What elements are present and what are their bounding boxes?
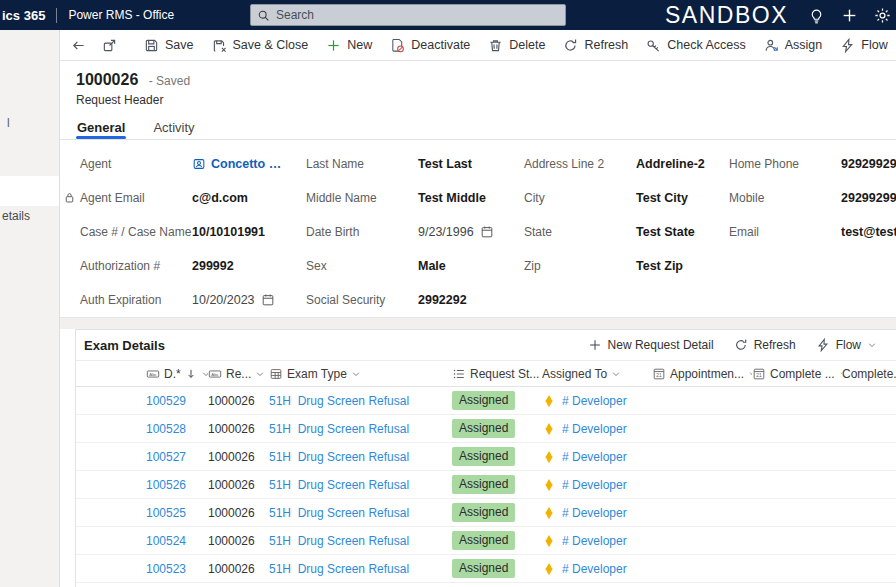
table-row[interactable]: 100525100002651H Drug Screen RefusalAssi… bbox=[76, 499, 896, 527]
table-row[interactable]: 100524100002651H Drug Screen RefusalAssi… bbox=[76, 527, 896, 555]
detail-number-link[interactable]: 100529 bbox=[146, 394, 208, 408]
field-value[interactable]: c@d.com bbox=[192, 191, 248, 205]
field-value[interactable]: 2992292 bbox=[418, 293, 467, 307]
new-button[interactable]: New bbox=[317, 32, 381, 58]
table-row[interactable]: 100523100002651H Drug Screen RefusalAssi… bbox=[76, 555, 896, 583]
flow-button[interactable]: Flow bbox=[831, 32, 896, 58]
exam-type-link[interactable]: 51H Drug Screen Refusal bbox=[269, 450, 452, 464]
column-header-complete[interactable]: 21Complete ... bbox=[752, 367, 842, 381]
field-value[interactable]: Test Last bbox=[418, 157, 472, 171]
grid-header-row: AbcD.*AbcRe...Exam TypeRequest St...Assi… bbox=[76, 360, 896, 387]
nav-item-selected[interactable] bbox=[0, 176, 59, 206]
assigned-to-link[interactable]: # Developer bbox=[562, 422, 627, 436]
field-value[interactable]: 299992 bbox=[192, 259, 234, 273]
nav-item-fragment[interactable]: l bbox=[7, 116, 10, 130]
field-value[interactable]: Test Middle bbox=[418, 191, 486, 205]
popout-button[interactable] bbox=[94, 32, 125, 58]
field-value[interactable]: Addreline-2 bbox=[636, 157, 705, 171]
subgrid-flow-button[interactable]: Flow bbox=[807, 338, 886, 352]
check-access-button[interactable]: Check Access bbox=[637, 32, 755, 58]
flow-icon bbox=[816, 338, 830, 352]
chevron-down-icon bbox=[201, 369, 208, 379]
field-value[interactable]: Concetto … bbox=[192, 157, 281, 171]
date-value[interactable]: 9/23/1996 bbox=[418, 225, 474, 239]
column-header-d[interactable]: AbcD.* bbox=[146, 367, 208, 381]
detail-number-link[interactable]: 100528 bbox=[146, 422, 208, 436]
field-value[interactable]: Test State bbox=[636, 225, 695, 239]
detail-number-link[interactable]: 100525 bbox=[146, 506, 208, 520]
field-value[interactable]: 9/23/1996 bbox=[418, 225, 494, 239]
exam-type-link[interactable]: 51H Drug Screen Refusal bbox=[269, 562, 452, 576]
search-input[interactable] bbox=[276, 8, 559, 22]
column-header-complete[interactable]: Complete... bbox=[842, 367, 896, 381]
assigned-to-link[interactable]: # Developer bbox=[562, 478, 627, 492]
table-row[interactable]: 100528100002651H Drug Screen RefusalAssi… bbox=[76, 415, 896, 443]
save-and-close-button[interactable]: Save & Close bbox=[203, 32, 318, 58]
exam-type-link[interactable]: 51H Drug Screen Refusal bbox=[269, 534, 452, 548]
dynamics-brand[interactable]: ics 365 bbox=[2, 8, 45, 23]
field-value[interactable]: Test City bbox=[636, 191, 688, 205]
assign-button[interactable]: Assign bbox=[755, 32, 832, 58]
field-value[interactable]: 10/20/2023 bbox=[192, 293, 275, 307]
deactivate-button[interactable]: Deactivate bbox=[381, 32, 479, 58]
assigned-to-link[interactable]: # Developer bbox=[562, 450, 627, 464]
column-header-exam-type[interactable]: Exam Type bbox=[269, 367, 452, 381]
new-request-detail-button[interactable]: New Request Detail bbox=[579, 338, 723, 352]
exam-type-link[interactable]: 51H Drug Screen Refusal bbox=[269, 506, 452, 520]
flow-icon bbox=[840, 38, 855, 53]
lock-icon bbox=[63, 191, 76, 204]
quick-create-plus-icon[interactable] bbox=[841, 7, 858, 24]
table-row[interactable]: 100529100002651H Drug Screen RefusalAssi… bbox=[76, 387, 896, 415]
date-value[interactable]: 10/20/2023 bbox=[192, 293, 255, 307]
request-status-cell: Assigned bbox=[452, 391, 542, 410]
back-button[interactable] bbox=[63, 32, 94, 58]
subgrid-refresh-button[interactable]: Refresh bbox=[725, 338, 805, 352]
column-header-appointmen[interactable]: 21Appointmen... bbox=[652, 367, 752, 381]
delete-button[interactable]: Delete bbox=[479, 32, 554, 58]
assigned-to-link[interactable]: # Developer bbox=[562, 562, 627, 576]
tab-activity[interactable]: Activity bbox=[153, 120, 194, 139]
status-badge: Assigned bbox=[452, 419, 515, 438]
detail-number-link[interactable]: 100524 bbox=[146, 534, 208, 548]
field-value[interactable]: Test Zip bbox=[636, 259, 683, 273]
request-status-cell: Assigned bbox=[452, 559, 542, 578]
field-value[interactable]: Male bbox=[418, 259, 446, 273]
chevron-down-icon bbox=[611, 369, 621, 379]
search-icon bbox=[257, 9, 270, 22]
tab-general[interactable]: General bbox=[77, 120, 125, 139]
assigned-to-cell: # Developer bbox=[542, 562, 652, 576]
lookup-value[interactable]: Concetto … bbox=[211, 157, 281, 171]
field-value[interactable]: test@test. bbox=[841, 225, 896, 239]
detail-number-link[interactable]: 100523 bbox=[146, 562, 208, 576]
nav-item-request-details[interactable]: etails bbox=[2, 209, 30, 223]
column-header-assigned-to[interactable]: Assigned To bbox=[542, 367, 652, 381]
field-value[interactable]: 10/10101991 bbox=[192, 225, 265, 239]
settings-gear-icon[interactable] bbox=[874, 7, 891, 24]
field-value[interactable]: 92929929 bbox=[841, 157, 896, 171]
lightbulb-icon[interactable] bbox=[808, 7, 825, 24]
column-header-label: D.* bbox=[164, 367, 181, 381]
table-row[interactable]: 100527100002651H Drug Screen RefusalAssi… bbox=[76, 443, 896, 471]
save-button[interactable]: Save bbox=[135, 32, 203, 58]
assigned-to-link[interactable]: # Developer bbox=[562, 394, 627, 408]
assigned-to-link[interactable]: # Developer bbox=[562, 534, 627, 548]
app-name[interactable]: Power RMS - Office bbox=[68, 8, 174, 22]
form-field: AgentConcetto … bbox=[80, 147, 306, 181]
status-badge: Assigned bbox=[452, 475, 515, 494]
column-header-re[interactable]: AbcRe... bbox=[208, 367, 269, 381]
assigned-to-link[interactable]: # Developer bbox=[562, 506, 627, 520]
table-row[interactable]: 100526100002651H Drug Screen RefusalAssi… bbox=[76, 471, 896, 499]
exam-type-link[interactable]: 51H Drug Screen Refusal bbox=[269, 422, 452, 436]
calendar-icon bbox=[261, 293, 275, 307]
form-field: ZipTest Zip bbox=[524, 249, 729, 283]
detail-number-link[interactable]: 100527 bbox=[146, 450, 208, 464]
global-search-box[interactable] bbox=[250, 4, 566, 26]
refresh-button[interactable]: Refresh bbox=[554, 32, 637, 58]
record-entity-name: Request Header bbox=[76, 93, 896, 107]
back-arrow-icon bbox=[71, 38, 86, 53]
column-header-request-st[interactable]: Request St... bbox=[452, 367, 542, 381]
exam-type-link[interactable]: 51H Drug Screen Refusal bbox=[269, 478, 452, 492]
field-value[interactable]: 29299299 bbox=[841, 191, 896, 205]
detail-number-link[interactable]: 100526 bbox=[146, 478, 208, 492]
exam-type-link[interactable]: 51H Drug Screen Refusal bbox=[269, 394, 452, 408]
